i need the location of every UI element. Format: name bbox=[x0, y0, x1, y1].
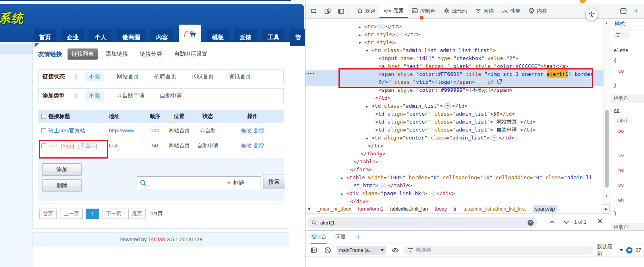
code-line[interactable]: <td align="center" class="admin_list"> 自… bbox=[306, 126, 603, 134]
code-line[interactable]: ▶<div class="page link_bk">⋯</div> bbox=[306, 190, 603, 197]
collapse-icon[interactable]: ▼ bbox=[359, 39, 364, 47]
filter-option[interactable]: 不限 bbox=[85, 72, 104, 81]
inline-expand-icon[interactable]: ⋯ bbox=[444, 103, 451, 109]
styles-filter-input[interactable] bbox=[613, 32, 630, 39]
breadcrumb-item[interactable]: span.vtip bbox=[533, 205, 557, 213]
console-drawer-tab[interactable]: 控制台 bbox=[311, 231, 327, 244]
expand-icon[interactable]: ▶ bbox=[366, 134, 371, 142]
code-line[interactable]: </td> bbox=[306, 94, 603, 102]
op-link[interactable]: 修改 bbox=[241, 143, 251, 149]
layout-panel-icon[interactable] bbox=[618, 6, 629, 16]
devtools-tab-memory[interactable]: 内存 bbox=[524, 4, 551, 18]
devtools-tab-sources[interactable]: 源代码 bbox=[439, 4, 471, 18]
inline-expand-icon[interactable]: ⋯ bbox=[378, 24, 385, 29]
find-previous-icon[interactable] bbox=[549, 219, 555, 226]
filter-option[interactable]: 非自助申请 bbox=[114, 91, 147, 101]
clear-search-icon[interactable]: ✕ bbox=[528, 220, 534, 226]
filter-option[interactable]: 自助申请 bbox=[157, 91, 184, 101]
clear-console-icon[interactable] bbox=[323, 245, 333, 255]
breadcrumb-scroll-right-icon[interactable]: ▶ bbox=[603, 204, 610, 213]
code-line[interactable]: 0/>" class="vtip">[logo]</span> == $0 bbox=[306, 78, 610, 86]
code-line[interactable]: ▼<td class="admin_list admin_list_first"… bbox=[306, 46, 603, 54]
section-tab[interactable]: 自助申请设置 bbox=[170, 48, 211, 60]
code-line[interactable]: </tr> bbox=[306, 142, 603, 150]
add-tab-icon[interactable]: + bbox=[631, 6, 641, 16]
device-toolbar-icon[interactable] bbox=[322, 6, 333, 16]
code-line[interactable]: <span style="color: #999999">[不显示]</span… bbox=[306, 86, 603, 94]
pagination-item[interactable]: 下一页 bbox=[102, 209, 125, 219]
breadcrumb-item[interactable]: table#list.link_lan bbox=[390, 206, 428, 212]
chevron-down-icon[interactable] bbox=[620, 249, 623, 252]
breadcrumb-scroll-left-icon[interactable]: ◀ bbox=[306, 204, 312, 213]
code-line[interactable]: <td align="center" class="admin_list"> 网… bbox=[306, 118, 603, 126]
inspect-element-icon[interactable] bbox=[309, 6, 319, 16]
code-line[interactable]: </div> bbox=[306, 197, 603, 204]
code-line[interactable]: <span style="color:#FF6600" title="<img … bbox=[306, 70, 610, 78]
code-line[interactable]: st_btm">⋯</table> bbox=[306, 182, 603, 190]
breadcrumb-item[interactable]: _main_nr_dbox bbox=[317, 206, 351, 212]
code-line[interactable]: <input name="id[]" type="checkbox" value… bbox=[306, 54, 603, 62]
code-line[interactable]: <a href="test" target="_blank" style="co… bbox=[306, 62, 603, 70]
devtools-tab-console[interactable]: ✕控制台 bbox=[408, 4, 439, 18]
log-level-select[interactable]: 默认级别 bbox=[597, 243, 617, 257]
link-title-segment[interactable]: 骑士cms官方站 bbox=[48, 127, 85, 134]
devtools-tab-elements[interactable]: </>元素 bbox=[379, 4, 408, 18]
devtools-tab-network[interactable]: 网络 bbox=[471, 4, 498, 18]
row-checkbox[interactable] bbox=[41, 143, 46, 148]
filter-option[interactable]: 不限 bbox=[85, 91, 104, 101]
code-line[interactable]: </tbody> bbox=[306, 150, 603, 158]
expand-icon[interactable]: ▶ bbox=[341, 174, 346, 182]
expand-icon[interactable]: ▶ bbox=[359, 23, 364, 31]
code-line[interactable]: </form> bbox=[306, 166, 603, 174]
section-tab[interactable]: 链接分类 bbox=[136, 48, 166, 60]
code-line[interactable]: <td align="center" class="admin_list">50… bbox=[306, 110, 603, 118]
section-tab[interactable]: 添加链接 bbox=[102, 48, 132, 60]
op-link[interactable]: 删除 bbox=[254, 128, 265, 134]
collapse-icon[interactable]: ▼ bbox=[366, 47, 371, 55]
expand-icon[interactable]: ▶ bbox=[359, 31, 364, 39]
code-line[interactable]: ▶<td align="center" class="admin_list">⋯… bbox=[306, 134, 603, 142]
code-line[interactable]: ▶<tr>⋯</tr> bbox=[306, 23, 603, 31]
console-drawer-tab[interactable]: 问题 bbox=[335, 231, 346, 244]
devtools-tab-performance[interactable]: 性能 bbox=[498, 4, 524, 18]
code-line[interactable]: ▼<tr style> bbox=[306, 39, 603, 46]
issues-chat-icon[interactable] bbox=[626, 247, 632, 253]
filter-option[interactable]: 网站首页 bbox=[114, 72, 141, 81]
live-expression-eye-icon[interactable] bbox=[390, 245, 400, 255]
copy-element-icon[interactable] bbox=[497, 80, 501, 84]
search-input[interactable]: 标题 bbox=[137, 176, 261, 189]
inline-expand-icon[interactable]: ⋯ bbox=[491, 135, 497, 141]
filter-option[interactable]: 资讯首页 bbox=[226, 72, 253, 81]
section-tab[interactable]: 链接列表 bbox=[68, 48, 98, 60]
javascript-context-select[interactable]: mainFrame (a... bbox=[337, 246, 386, 255]
link-url[interactable]: http://www bbox=[109, 128, 134, 134]
inline-expand-icon[interactable]: ⋯ bbox=[380, 183, 387, 188]
console-filter-input[interactable]: 筛选器 bbox=[404, 246, 593, 255]
styles-item[interactable]: co bbox=[614, 108, 644, 113]
scroll-up-icon[interactable]: ▲ bbox=[605, 21, 607, 25]
breadcrumb-item[interactable]: form#form1 bbox=[358, 206, 383, 212]
devtools-tab-home[interactable]: 欢迎 bbox=[353, 4, 379, 18]
pagination-item[interactable]: 首页 bbox=[39, 209, 57, 219]
search-button[interactable]: 搜索 bbox=[263, 174, 285, 189]
filter-option[interactable]: 招聘首页 bbox=[152, 72, 179, 81]
add-button[interactable]: 添加 bbox=[42, 163, 82, 176]
expand-icon[interactable]: ▶ bbox=[366, 103, 371, 110]
sidebar-active-item[interactable] bbox=[0, 44, 33, 54]
delete-button[interactable]: 删除 bbox=[42, 179, 82, 192]
code-line[interactable]: </table> bbox=[306, 158, 603, 166]
op-link[interactable]: 删除 bbox=[254, 143, 265, 149]
breadcrumb-item[interactable]: td.admin_list.admin_list_first bbox=[464, 206, 526, 212]
inline-expand-icon[interactable]: ⋯ bbox=[429, 191, 435, 196]
nav-tab[interactable]: 管 bbox=[290, 29, 305, 46]
op-link[interactable]: 修改 bbox=[241, 128, 251, 134]
breadcrumb-item[interactable]: tbody bbox=[435, 206, 447, 212]
find-next-icon[interactable] bbox=[563, 219, 570, 226]
scroll-down-icon[interactable]: ▼ bbox=[605, 194, 607, 198]
search-field-select[interactable]: 标题 bbox=[233, 179, 244, 186]
more-actions-icon[interactable]: ••• bbox=[307, 72, 315, 76]
tab-styles[interactable]: 样式 bbox=[615, 20, 625, 27]
dock-side-icon[interactable] bbox=[336, 6, 346, 16]
code-line[interactable]: ▶<td class="admin_list">⋯</td> bbox=[306, 102, 603, 110]
close-icon[interactable]: ✕ bbox=[597, 217, 603, 226]
